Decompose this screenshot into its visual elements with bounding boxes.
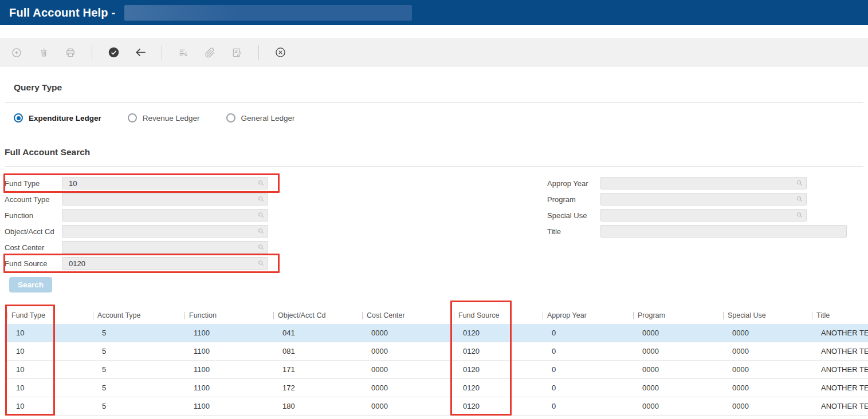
search-icon [257,179,265,187]
table-cell: 0000 [721,402,810,410]
column-separator [723,312,724,319]
approve-button[interactable] [105,44,122,61]
table-cell: 0000 [360,347,451,355]
column-header-label: Account Type [97,311,141,319]
radio-label: Expenditure Ledger [29,114,101,122]
back-button[interactable] [132,44,149,61]
field-label: Fund Type [5,179,62,188]
column-separator [362,312,363,319]
function-input[interactable] [62,209,268,222]
export-button[interactable] [175,44,192,61]
column-separator [93,312,93,319]
column-header-approp-year[interactable]: Approp Year [540,311,631,319]
close-icon [274,46,286,58]
radio-option-general-ledger[interactable]: General Ledger [226,113,295,122]
field-label: Approp Year [547,179,600,188]
delete-button[interactable] [35,44,52,61]
table-cell: 0 [540,329,631,337]
divider [5,102,863,103]
column-header-special-use[interactable]: Special Use [721,311,810,319]
toolbar [0,38,868,67]
table-cell: 5 [91,347,182,355]
table-cell: 10 [5,365,91,374]
table-row-1[interactable]: 105110004100000120000000000ANOTHER TES [5,324,868,342]
cost-center-input[interactable] [62,241,268,254]
table-row-3[interactable]: 105110017100000120000000000ANOTHER TES [5,361,868,379]
print-button[interactable] [62,44,79,61]
table-cell: ANOTHER TES [810,365,868,374]
table-cell: 0 [540,347,631,355]
search-icon [257,227,265,235]
fund-source-input[interactable]: 0120 [62,257,268,270]
table-cell: 0000 [360,384,451,392]
fund-type-input[interactable]: 10 [62,177,268,189]
right-fields: Approp YearProgramSpecial UseTitle [547,175,847,239]
column-header-object-acct-cd[interactable]: Object/Acct Cd [271,311,360,319]
column-separator [543,312,543,319]
object-acct-cd-input[interactable] [62,225,268,238]
table-cell: 0 [540,402,631,410]
column-header-fund-type[interactable]: Fund Type [5,311,91,319]
radio-label: General Ledger [241,114,295,122]
search-icon [796,179,803,187]
column-header-fund-source[interactable]: Fund Source [451,311,540,319]
table-cell: 172 [271,384,360,392]
radio-icon [226,113,235,122]
radio-option-expenditure-ledger[interactable]: Expenditure Ledger [14,113,101,122]
toolbar-separator [162,45,162,60]
column-header-title[interactable]: Title [810,311,868,319]
add-button[interactable] [8,44,25,61]
field-label: Special Use [547,211,600,220]
table-cell: 5 [91,402,182,410]
field-label: Program [547,195,600,204]
search-icon [796,195,803,203]
table-cell: 0120 [451,347,540,355]
divider [5,166,863,167]
table-row-2[interactable]: 105110008100000120000000000ANOTHER TES [5,342,868,361]
table-cell: 041 [271,329,360,337]
search-button[interactable]: Search [9,277,52,292]
table-cell: 0000 [360,365,451,374]
column-header-cost-center[interactable]: Cost Center [360,311,451,319]
table-cell: 1100 [182,384,271,392]
edit-button[interactable] [229,44,246,61]
table-cell: 0120 [451,329,540,337]
title-input[interactable] [600,225,847,238]
radio-icon [14,113,23,122]
table-body: 105110004100000120000000000ANOTHER TES10… [5,324,868,416]
attach-button[interactable] [202,44,219,61]
radio-icon [128,113,137,122]
field-row-program: Program [547,191,847,207]
approve-icon [108,46,120,58]
radio-option-revenue-ledger[interactable]: Revenue Ledger [128,113,200,122]
column-header-program[interactable]: Program [631,311,721,319]
radio-label: Revenue Ledger [143,114,200,122]
redacted-text [124,5,412,21]
column-header-function[interactable]: Function [182,311,271,319]
table-cell: 0000 [631,365,721,374]
table-cell: 10 [5,384,91,392]
table-cell: 1100 [182,402,271,410]
table-row-5[interactable]: 105110018000000120000000000ANOTHER TES [5,397,868,416]
search-form: Fund Type10Account TypeFunctionObject/Ac… [5,175,868,271]
column-header-account-type[interactable]: Account Type [91,311,182,319]
table-row-4[interactable]: 105110017200000120000000000ANOTHER TES [5,379,868,397]
close-button[interactable] [272,44,289,61]
table-cell: ANOTHER TES [810,329,868,337]
account-type-input[interactable] [62,193,268,205]
table-cell: ANOTHER TES [810,347,868,355]
table-cell: 0120 [451,365,540,374]
table-cell: 0000 [631,347,721,355]
column-separator [454,312,454,319]
add-icon [11,47,22,58]
special-use-input[interactable] [600,209,807,222]
approp-year-input[interactable] [600,177,807,189]
search-icon [257,195,265,203]
attach-icon [205,47,216,58]
table-cell: 5 [91,329,182,337]
query-type-radio-group: Expenditure LedgerRevenue LedgerGeneral … [14,113,868,122]
program-input[interactable] [600,193,807,205]
toolbar-separator [92,45,92,60]
export-icon [178,47,189,58]
table-cell: 0000 [360,329,451,337]
